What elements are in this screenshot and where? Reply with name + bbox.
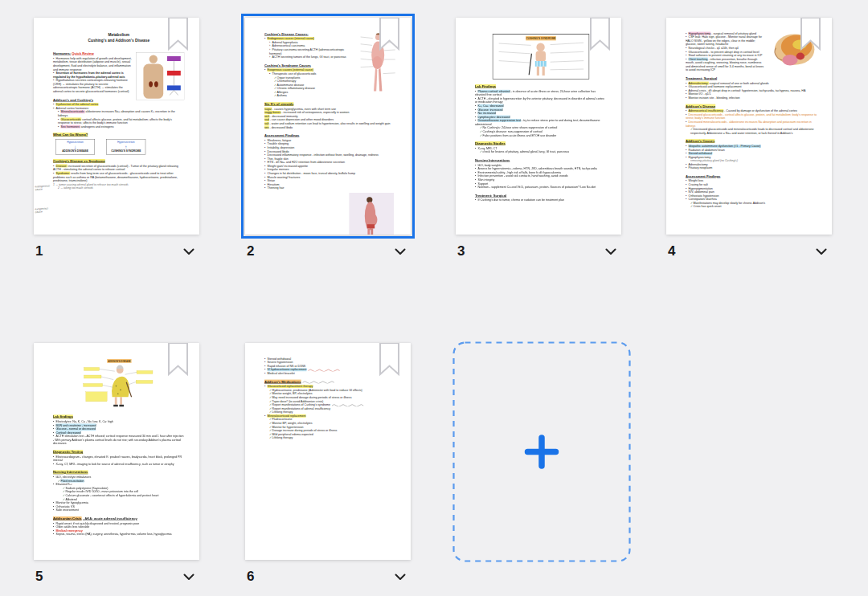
page-menu-chevron-button[interactable]	[180, 246, 198, 258]
page-menu-chevron-button[interactable]	[391, 571, 409, 583]
note-line: •X-ray, CT, MRI - imaging to look for so…	[53, 463, 185, 467]
note-line: ›ACTH secreting tumors of the lungs, GI …	[269, 55, 396, 59]
section-heading: What Can Go Wrong?	[53, 133, 185, 137]
handwriting-note: endogenous cause	[35, 184, 53, 191]
section-heading: Assessment Findings	[264, 133, 396, 137]
note-line: •Syndrome: results from long term use of…	[53, 172, 185, 183]
handwriting-squiggle	[302, 381, 338, 384]
page-thumbnail-6[interactable]: •Steroid withdrawal•Severe hypotension•R…	[245, 343, 411, 560]
page-number-label: 1	[35, 243, 43, 259]
note-line: •Decreased glucocorticoids - cortisol af…	[686, 113, 817, 120]
cushing-cartoon-figure: CUSHING'S SYNDROME	[492, 34, 589, 80]
bookmark-ribbon-icon	[588, 18, 612, 51]
svg-text:CUSHING'S SYNDROME: CUSHING'S SYNDROME	[526, 37, 555, 40]
note-line: •Glucocorticoids: cortisol affects gluco…	[58, 117, 185, 125]
page-cell: •Steroid withdrawal•Severe hypotension•R…	[245, 343, 411, 585]
bookmark-ribbon-icon	[166, 18, 190, 51]
note-line: •If Cushing's due to tumor, chemo or rad…	[475, 198, 607, 202]
section-heading: Diagnostic Testing	[53, 450, 185, 454]
svg-text:ADDISON'S DISEASE: ADDISON'S DISEASE	[108, 360, 131, 363]
section-heading: Cushing's Disease vs Syndrome	[53, 159, 185, 163]
section-heading: Nursing Interventions	[475, 158, 607, 162]
note-line: sex - decreased libido	[264, 125, 396, 129]
plus-icon	[528, 438, 556, 466]
hypo-hyper-diagram: Hyposecretion↓ADDISON'S DISEASEHypersecr…	[55, 139, 184, 155]
add-page-button[interactable]	[452, 341, 631, 562]
page-cell: ADDISON'S DISEASELab findings•Electrolyt…	[34, 343, 199, 585]
page-thumbnail-3[interactable]: CUSHING'S SYNDROMELab Findings•Plasma co…	[456, 18, 621, 235]
page-footer: 1	[34, 243, 199, 259]
disease-box: Hypersecretion↑CUSHING'S SYNDROME	[106, 139, 145, 155]
note-line: •Thinning hair	[264, 186, 396, 190]
note-line: ✓False positives from acute illness and …	[480, 133, 607, 137]
note-line: ✓check for lesions of pituitary, adrenal…	[480, 150, 607, 154]
note-line: •Disease: increased secretion of glucoco…	[53, 165, 185, 172]
chevron-down-icon	[395, 248, 406, 255]
cushing-body-photo	[349, 193, 394, 235]
note-line: •Pituitary neoplasm	[686, 166, 817, 170]
note-line: •Dexamethasone suppression test - try to…	[475, 119, 607, 126]
page-menu-chevron-button[interactable]	[180, 571, 198, 583]
page-cell: Cushing's Disease Causes:•Endogenous cau…	[245, 18, 411, 259]
section-heading: Lab findings	[53, 414, 185, 418]
section-heading: Diagnostic Studies	[475, 141, 607, 145]
section-heading: Treatment: Surgical	[475, 194, 607, 198]
note-line: ✓Decreased glucocorticoids and mineraloc…	[690, 128, 817, 135]
chevron-down-icon	[183, 574, 194, 581]
page-menu-chevron-button[interactable]	[813, 246, 830, 258]
page-thumbnail-4[interactable]: •Hypophysectomy - surgical removal of pi…	[666, 18, 832, 235]
page-number-label: 4	[668, 243, 675, 259]
handwriting-note: exogenous cause	[35, 206, 53, 214]
note-line: •Medical alert bracelet	[264, 372, 396, 376]
section-heading: Nursing Interventions	[53, 471, 185, 475]
note-line: •Safe environment	[53, 508, 185, 512]
note-line: •Hormones help with regulation of growth…	[53, 57, 185, 71]
bookmark-ribbon-icon	[378, 343, 401, 377]
section-heading: Addison's Disease	[686, 104, 817, 108]
section-heading: Treatment: Surgical	[686, 76, 817, 80]
chevron-down-icon	[605, 248, 616, 255]
note-line: •CSF leak: Halo sign, glucose - Monitor …	[686, 35, 817, 47]
page-thumbnail-5[interactable]: ADDISON'S DISEASELab findings•Electrolyt…	[34, 343, 199, 560]
page-thumbnail-2[interactable]: Cushing's Disease Causes:•Endogenous cau…	[245, 18, 411, 235]
note-line: ✓Asthma	[274, 94, 396, 98]
note-line: ✓Lifelong therapy	[269, 436, 396, 440]
bookmark-ribbon-icon	[378, 18, 401, 51]
note-line: •Decreased mineralocorticoids - aldoster…	[686, 120, 817, 128]
page-menu-chevron-button[interactable]	[602, 246, 620, 258]
bookmark-ribbon-icon	[799, 18, 822, 51]
section-heading: Lab Findings	[475, 84, 607, 88]
page-footer: 5	[34, 569, 199, 585]
addison-cartoon-figure: ADDISON'S DISEASE	[53, 358, 185, 411]
note-line: •Electrocardiogram - changes, elevated K…	[53, 455, 185, 463]
disease-box: Hyposecretion↓ADDISON'S DISEASE	[55, 139, 95, 155]
page-menu-chevron-button[interactable]	[391, 246, 409, 258]
note-line: •Monitor incision site - bleeding, infec…	[686, 96, 817, 100]
page-number-label: 6	[247, 569, 254, 585]
page-number-label: 3	[457, 243, 465, 259]
section-heading: Addison's Causes	[686, 139, 817, 143]
note-line: •Sepsis, trauma, stress (HA), surgery, a…	[53, 533, 185, 537]
note-line: •Nutrition - supplement Ca and Vit D, po…	[475, 186, 607, 190]
note-line: •Hypothalamus secretes corticotropin-rel…	[53, 79, 185, 93]
note-line: ✓Crisis has quick onset	[690, 205, 817, 209]
page-thumbnail-1[interactable]: MetabolismCushing's and Addison's Diseas…	[34, 18, 199, 235]
page-footer: 2	[245, 243, 411, 259]
page-title-line: Cushing's and Addison's Disease	[53, 38, 185, 43]
note-line: •ACTH - elevated in hypersecretion by th…	[475, 97, 607, 104]
note-line: •Mineralocorticoids: aldosterone increas…	[58, 110, 185, 117]
note-line: •Secretion of hormones from the adrenal …	[53, 71, 185, 79]
page-cell: •Hypophysectomy - surgical removal of pi…	[666, 18, 832, 259]
page-title: MetabolismCushing's and Addison's Diseas…	[53, 32, 185, 44]
page-footer: 3	[456, 243, 621, 259]
section-heading: Addisonian Crisis - AKA: acute adrenal i…	[53, 516, 185, 520]
page-number-label: 5	[35, 569, 43, 585]
section-heading: Assessment Findings	[686, 174, 817, 178]
chevron-down-icon	[816, 248, 827, 255]
note-line: •Sex hormones: androgens and estrogens	[58, 125, 185, 129]
page-footer: 6	[245, 569, 411, 585]
note-line: 2 → taking too much steroids	[58, 186, 185, 190]
note-line: •ACTH stimulation test - ACTH infused; c…	[53, 435, 185, 446]
page-cell: CUSHING'S SYNDROMELab Findings•Plasma co…	[456, 18, 621, 259]
note-line: ›Pituitary carcinoma secreting ACTH (adr…	[269, 48, 396, 55]
